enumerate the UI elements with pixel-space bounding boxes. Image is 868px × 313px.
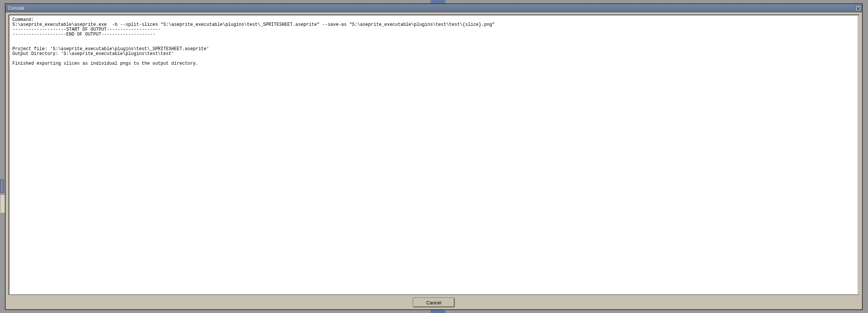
button-row: Cancel — [9, 295, 859, 308]
close-icon — [857, 4, 860, 12]
dialog-content: Command: S:\aseprite_executable\aseprite… — [6, 12, 862, 309]
background-stub-left-b — [0, 194, 5, 213]
background-stub-left-a — [0, 179, 4, 193]
console-output[interactable]: Command: S:\aseprite_executable\aseprite… — [9, 15, 859, 295]
console-dialog: Console Command: S:\aseprite_executable\… — [5, 4, 862, 310]
close-button[interactable] — [855, 5, 861, 11]
titlebar[interactable]: Console — [6, 4, 862, 12]
dialog-title: Console — [8, 6, 24, 11]
cancel-button[interactable]: Cancel — [413, 298, 454, 307]
app-window: Console Command: S:\aseprite_executable\… — [0, 0, 868, 313]
vertical-scrollbar[interactable] — [858, 16, 861, 293]
